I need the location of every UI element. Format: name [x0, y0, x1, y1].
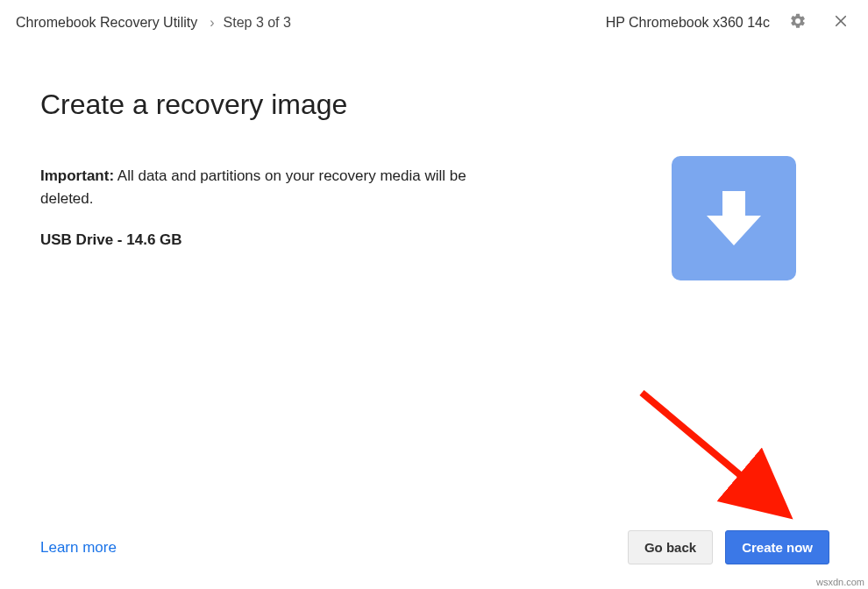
settings-button[interactable] [786, 9, 810, 36]
header-bar: Chromebook Recovery Utility › Step 3 of … [0, 0, 868, 48]
learn-more-link[interactable]: Learn more [40, 539, 117, 557]
app-title: Chromebook Recovery Utility [16, 15, 197, 31]
step-label: Step 3 of 3 [224, 15, 291, 31]
info-text: Important: All data and partitions on yo… [40, 165, 496, 252]
drive-info: USB Drive - 14.6 GB [40, 229, 496, 252]
footer-bar: Learn more Go back Create now [40, 530, 829, 564]
important-label: Important: [40, 167, 114, 184]
breadcrumb-separator: › [210, 15, 214, 31]
page-title: Create a recovery image [40, 89, 828, 121]
close-button[interactable] [829, 10, 852, 35]
gear-icon [789, 12, 807, 32]
create-now-button[interactable]: Create now [725, 530, 829, 564]
watermark: wsxdn.com [816, 577, 864, 587]
device-name: HP Chromebook x360 14c [606, 15, 770, 31]
main-content: Create a recovery image Important: All d… [0, 48, 868, 516]
close-icon [833, 13, 849, 32]
download-arrow-icon [703, 184, 765, 252]
download-badge [672, 156, 796, 280]
go-back-button[interactable]: Go back [628, 530, 713, 564]
